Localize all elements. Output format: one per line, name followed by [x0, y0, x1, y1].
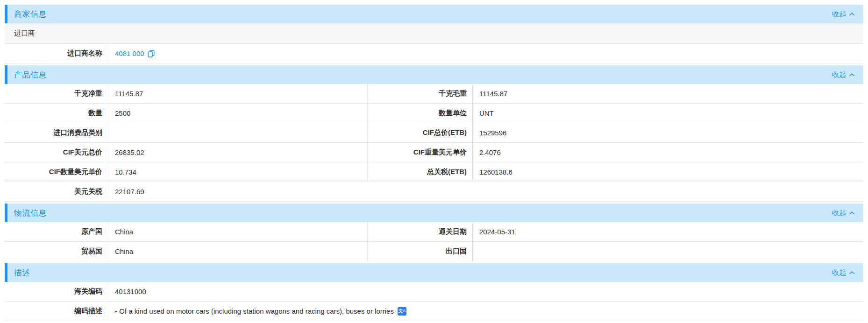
section-accent-bar: [5, 263, 7, 282]
description-section-title: 描述: [14, 267, 30, 278]
copy-icon[interactable]: [148, 50, 155, 57]
logistics-section-header: 物流信息 收起: [5, 204, 863, 222]
importer-group-label: 进口商: [14, 29, 35, 38]
trade-record-detail-page: 商家信息 收起 进口商 进口商名称 4081 000: [0, 0, 868, 323]
section-accent-bar: [5, 65, 7, 84]
table-row: 美元关税 22107.69: [5, 182, 863, 202]
table-row: 原产国 China 通关日期 2024-05-31: [5, 222, 863, 242]
field-label: 美元关税: [5, 182, 108, 201]
field-value: 10.734: [108, 162, 368, 182]
table-row: 数量 2500 数量单位 UNT: [5, 104, 863, 123]
field-label: CIF数量美元单价: [5, 162, 108, 182]
field-label: 数量单位: [368, 104, 473, 123]
collapse-label: 收起: [832, 10, 846, 19]
field-value: China: [108, 222, 368, 241]
field-label: 通关日期: [368, 222, 473, 241]
field-value: 11145.87: [108, 84, 368, 103]
code-description-value: - Of a kind used on motor cars (includin…: [115, 307, 394, 315]
field-value: 2500: [108, 104, 368, 123]
chevron-up-icon: [849, 73, 855, 77]
merchant-section-header: 商家信息 收起: [5, 5, 863, 23]
table-row: 进口商名称 4081 000: [5, 44, 863, 63]
importer-group-row: 进口商: [5, 23, 863, 44]
merchant-section-title: 商家信息: [14, 9, 47, 20]
field-value: China: [108, 242, 368, 261]
section-product-info: 产品信息 收起 千克净重 11145.87 千克毛重 11145.87 数量 2…: [5, 65, 863, 202]
field-label: 千克毛重: [368, 84, 473, 103]
product-collapse-button[interactable]: 收起: [832, 70, 855, 79]
importer-name-label: 进口商名称: [5, 44, 108, 63]
field-label: CIF美元总价: [5, 143, 108, 162]
importer-name-value: 4081 000: [115, 49, 144, 57]
field-value: 1260138.6: [473, 162, 863, 182]
table-row: 千克净重 11145.87 千克毛重 11145.87: [5, 84, 863, 104]
field-value: [108, 123, 368, 142]
code-description-label: 编码描述: [5, 302, 108, 321]
section-description: 描述 收起 海关编码 40131000 编码描述 - Of a kind use…: [5, 263, 863, 321]
field-label: 贸易国: [5, 242, 108, 261]
field-value: 2024-05-31: [473, 222, 863, 241]
field-label: 进口消费品类别: [5, 123, 108, 142]
merchant-collapse-button[interactable]: 收起: [832, 10, 855, 19]
table-row: 贸易国 China 出口国: [5, 242, 863, 261]
field-label: 千克净重: [5, 84, 108, 103]
field-label: 出口国: [368, 242, 473, 261]
field-value: 22107.69: [108, 182, 863, 201]
table-row: CIF美元总价 26835.02 CIF重量美元单价 2.4076: [5, 143, 863, 162]
field-value: 26835.02: [108, 143, 368, 162]
logistics-collapse-button[interactable]: 收起: [832, 209, 855, 218]
table-row: 海关编码 40131000: [5, 282, 863, 302]
description-collapse-button[interactable]: 收起: [832, 268, 855, 277]
chevron-up-icon: [849, 12, 855, 16]
section-merchant-info: 商家信息 收起 进口商 进口商名称 4081 000: [5, 5, 863, 63]
field-label: 总关税(ETB): [368, 162, 473, 182]
section-accent-bar: [5, 5, 7, 23]
section-accent-bar: [5, 204, 7, 222]
field-value: 11145.87: [473, 84, 863, 103]
hs-code-label: 海关编码: [5, 282, 108, 301]
field-label: CIF总价(ETB): [368, 123, 473, 142]
collapse-label: 收起: [832, 70, 846, 79]
table-row: CIF数量美元单价 10.734 总关税(ETB) 1260138.6: [5, 162, 863, 182]
chevron-up-icon: [849, 271, 855, 275]
field-label: 数量: [5, 104, 108, 123]
field-value: 1529596: [473, 123, 863, 142]
collapse-label: 收起: [832, 209, 846, 218]
product-section-title: 产品信息: [14, 70, 47, 80]
hs-code-value: 40131000: [108, 282, 863, 301]
logistics-section-title: 物流信息: [14, 208, 47, 218]
field-value: UNT: [473, 104, 863, 123]
translate-icon[interactable]: 文A: [398, 307, 406, 316]
importer-name-link[interactable]: 4081 000: [115, 49, 155, 57]
table-row: 进口消费品类别 CIF总价(ETB) 1529596: [5, 123, 863, 143]
field-value: 2.4076: [473, 143, 863, 162]
field-label: CIF重量美元单价: [368, 143, 473, 162]
field-value: [473, 242, 863, 261]
product-section-header: 产品信息 收起: [5, 65, 863, 84]
description-section-header: 描述 收起: [5, 263, 863, 282]
section-logistics-info: 物流信息 收起 原产国 China 通关日期 2024-05-31 贸易国 Ch…: [5, 204, 863, 261]
collapse-label: 收起: [832, 268, 846, 277]
field-label: 原产国: [5, 222, 108, 241]
table-row: 编码描述 - Of a kind used on motor cars (inc…: [5, 302, 863, 321]
chevron-up-icon: [849, 211, 855, 215]
